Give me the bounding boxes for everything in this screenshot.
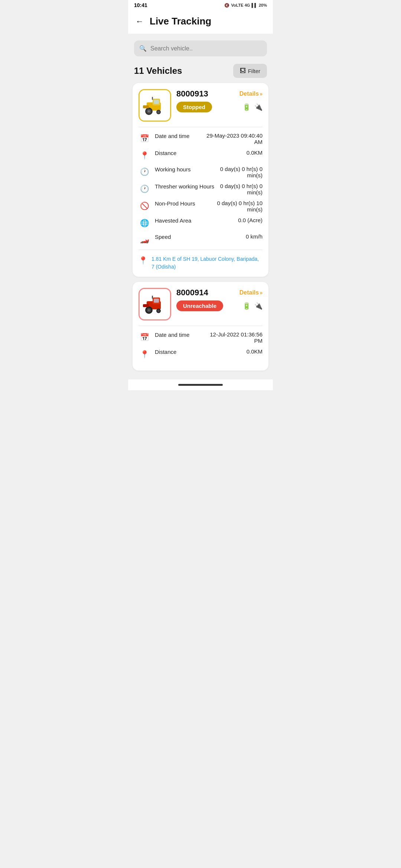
datetime-value-2: 12-Jul-2022 01:36:56 PM xyxy=(204,331,263,344)
filter-label: Filter xyxy=(248,68,260,74)
thresher-clock-icon-1: 🕐 xyxy=(138,183,150,195)
vehicle-card-2: 8000914 Details » Unreachable 🔋 🔌 📅 Date… xyxy=(133,282,268,371)
detail-row-distance-1: 📍 Distance 0.0KM xyxy=(138,149,263,161)
detail-row-thresher-1: 🕐 Thresher working Hours 0 day(s) 0 hr(s… xyxy=(138,183,263,195)
vehicle-icon-2 xyxy=(138,288,171,320)
svg-rect-18 xyxy=(143,304,149,307)
svg-rect-19 xyxy=(152,296,153,299)
battery-indicator: 20% xyxy=(259,3,267,7)
card-info-1: 8000913 Details » Stopped 🔋 🔌 xyxy=(176,89,263,112)
status-row-2: Unreachable 🔋 🔌 xyxy=(176,300,263,311)
divider-2 xyxy=(138,326,263,326)
search-input[interactable] xyxy=(150,45,262,52)
vehicle-card-1: 8000913 Details » Stopped 🔋 🔌 📅 Date an xyxy=(133,83,268,277)
cards-container: 8000913 Details » Stopped 🔋 🔌 📅 Date an xyxy=(128,83,273,379)
vehicle-id-2: 8000914 xyxy=(176,288,208,297)
filter-button[interactable]: ⛾ Filter xyxy=(233,64,267,78)
plug-icon-2: 🔌 xyxy=(254,302,263,310)
signal-icon: ▌▌ xyxy=(251,3,257,7)
nonprod-label-1: Non-Prod Hours xyxy=(155,200,199,207)
speed-label-1: Speed xyxy=(155,233,199,241)
datetime-label-1: Date and time xyxy=(155,132,199,140)
detail-row-distance-2: 📍 Distance 0.0KM xyxy=(138,348,263,360)
datetime-label-2: Date and time xyxy=(155,331,199,339)
nonprod-icon-1: 🚫 xyxy=(138,200,150,212)
vehicle-count: 11 Vehicles xyxy=(134,66,182,76)
battery-percent: 20% xyxy=(259,3,267,7)
detail-row-area-1: 🌐 Havested Area 0.0 (Acre) xyxy=(138,217,263,229)
svg-rect-12 xyxy=(154,299,159,303)
calendar-icon-1: 📅 xyxy=(138,132,150,144)
location-row-1: 📍 1.81 Km E of SH 19, Labuor Colony, Bar… xyxy=(138,255,263,271)
svg-point-7 xyxy=(157,111,160,114)
status-bar: 10:41 🔇 VoLTE 4G ▌▌ 20% xyxy=(128,0,273,10)
vehicle-icon-1 xyxy=(138,89,171,122)
back-button[interactable]: ← xyxy=(136,17,144,26)
card-icons-2: 🔋 🔌 xyxy=(242,302,263,310)
status-badge-1: Stopped xyxy=(176,102,212,112)
plug-icon-1: 🔌 xyxy=(254,103,263,111)
status-badge-2: Unreachable xyxy=(176,300,223,311)
divider-1 xyxy=(138,127,263,127)
thresher-label-1: Thresher working Hours xyxy=(155,183,214,190)
working-label-1: Working hours xyxy=(155,166,199,173)
distance-label-1: Distance xyxy=(155,149,199,157)
clock-icon-1: 🕐 xyxy=(138,166,150,178)
vehicle-id-1: 8000913 xyxy=(176,89,208,99)
area-value-1: 0.0 (Acre) xyxy=(204,217,263,223)
detail-row-datetime-2: 📅 Date and time 12-Jul-2022 01:36:56 PM xyxy=(138,331,263,344)
location-text-1: 1.81 Km E of SH 19, Labuor Colony, Barip… xyxy=(151,255,263,271)
battery-icon-1: 🔋 xyxy=(242,103,251,111)
detail-row-speed-1: 🏎️ Speed 0 km/h xyxy=(138,233,263,245)
globe-icon-1: 🌐 xyxy=(138,217,150,229)
search-icon: 🔍 xyxy=(139,45,147,52)
search-bar: 🔍 xyxy=(134,40,267,56)
divider-bottom-1 xyxy=(138,250,263,250)
location-pin-icon-2: 📍 xyxy=(138,348,150,360)
battery-icon-2: 🔋 xyxy=(242,302,251,310)
svg-rect-9 xyxy=(152,97,153,100)
search-section: 🔍 xyxy=(128,34,273,60)
speed-value-1: 0 km/h xyxy=(204,233,263,240)
filter-icon: ⛾ xyxy=(240,68,246,74)
bottom-indicator xyxy=(178,384,223,386)
distance-value-1: 0.0KM xyxy=(204,149,263,156)
detail-row-nonprod-1: 🚫 Non-Prod Hours 0 day(s) 0 hr(s) 10 min… xyxy=(138,200,263,213)
map-pin-icon-1: 📍 xyxy=(138,256,148,265)
card-id-row-1: 8000913 Details » xyxy=(176,89,263,99)
mute-icon: 🔇 xyxy=(224,3,229,8)
details-link-2[interactable]: Details » xyxy=(239,289,263,296)
working-value-1: 0 day(s) 0 hr(s) 0 min(s) xyxy=(204,166,263,178)
svg-rect-8 xyxy=(143,105,149,108)
card-top-1: 8000913 Details » Stopped 🔋 🔌 xyxy=(138,89,263,122)
page-title: Live Tracking xyxy=(150,16,211,27)
status-time: 10:41 xyxy=(134,2,147,8)
details-chevron-1: » xyxy=(260,91,263,97)
svg-point-17 xyxy=(157,310,160,312)
header: ← Live Tracking xyxy=(128,10,273,34)
area-label-1: Havested Area xyxy=(155,217,199,224)
card-id-row-2: 8000914 Details » xyxy=(176,288,263,297)
detail-row-working-1: 🕐 Working hours 0 day(s) 0 hr(s) 0 min(s… xyxy=(138,166,263,178)
location-pin-icon-1: 📍 xyxy=(138,149,150,161)
details-chevron-2: » xyxy=(260,290,263,296)
status-row-1: Stopped 🔋 🔌 xyxy=(176,102,263,112)
card-top-2: 8000914 Details » Unreachable 🔋 🔌 xyxy=(138,288,263,320)
svg-point-5 xyxy=(148,111,150,112)
details-link-1[interactable]: Details » xyxy=(239,91,263,97)
svg-point-15 xyxy=(148,309,150,311)
card-icons-1: 🔋 🔌 xyxy=(242,103,263,111)
bottom-bar xyxy=(128,379,273,390)
svg-rect-2 xyxy=(154,100,159,104)
status-icons: 🔇 VoLTE 4G ▌▌ 20% xyxy=(224,3,267,8)
network-label: VoLTE 4G xyxy=(231,3,250,7)
datetime-value-1: 29-May-2023 09:40:40 AM xyxy=(204,132,263,145)
card-info-2: 8000914 Details » Unreachable 🔋 🔌 xyxy=(176,288,263,311)
nonprod-value-1: 0 day(s) 0 hr(s) 10 min(s) xyxy=(204,200,263,213)
list-header: 11 Vehicles ⛾ Filter xyxy=(128,60,273,83)
detail-row-datetime-1: 📅 Date and time 29-May-2023 09:40:40 AM xyxy=(138,132,263,145)
distance-label-2: Distance xyxy=(155,348,199,356)
speed-icon-1: 🏎️ xyxy=(138,233,150,245)
thresher-value-1: 0 day(s) 0 hr(s) 0 min(s) xyxy=(219,183,263,195)
distance-value-2: 0.0KM xyxy=(204,348,263,355)
